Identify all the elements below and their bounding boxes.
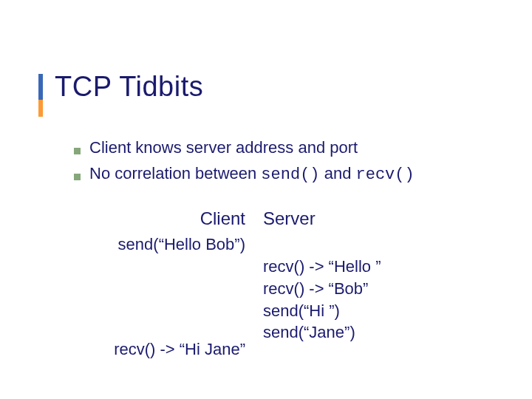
bullet-prefix: Client knows server address and port [89,138,358,157]
bullet-mid: and [320,164,356,183]
server-line: send(“Jane”) [263,321,455,344]
code-send: send() [261,166,319,184]
bullet-item: Client knows server address and port [74,137,502,160]
client-line: recv() -> “Hi Jane” [68,338,245,361]
title-block: TCP Tidbits [41,71,502,103]
server-column: Server recv() -> “Hello ” recv() -> “Bob… [263,207,455,361]
server-line: recv() -> “Bob” [263,278,455,300]
client-line: send(“Hello Bob”) [68,233,245,256]
server-header: Server [263,207,455,231]
spacer [263,233,455,256]
slide-title: TCP Tidbits [55,71,502,103]
server-line: recv() -> “Hello ” [263,256,455,278]
spacer [68,256,245,338]
bullet-prefix: No correlation between [89,164,261,183]
client-column: Client send(“Hello Bob”) recv() -> “Hi J… [68,207,245,361]
bullet-item: No correlation between send() and recv() [74,163,502,187]
bullet-square-icon [74,148,81,154]
server-line: send(“Hi ”) [263,300,455,322]
bullet-list: Client knows server address and port No … [74,137,502,190]
bullet-square-icon [74,174,81,180]
bullet-text: No correlation between send() and recv() [89,163,415,187]
code-recv: recv() [356,166,415,184]
client-header: Client [68,207,245,231]
bullet-text: Client knows server address and port [89,137,358,160]
slide: TCP Tidbits Client knows server address … [0,0,532,399]
example-grid: Client send(“Hello Bob”) recv() -> “Hi J… [68,207,502,361]
